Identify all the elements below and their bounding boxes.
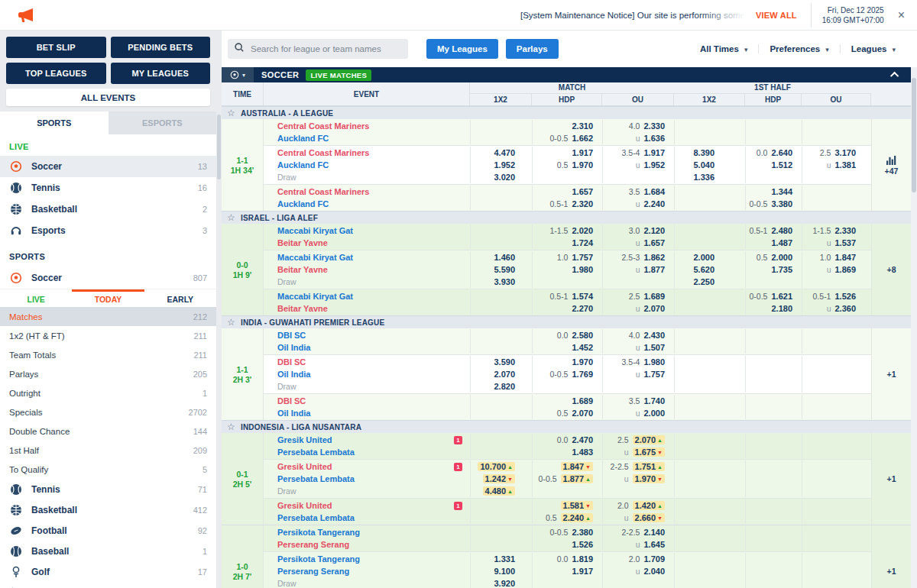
odds-value[interactable]: 3.590 (494, 357, 515, 367)
team-name[interactable]: Oil India (277, 409, 310, 418)
odds-cell-ou[interactable]: 3.51.684u2.240 (602, 186, 674, 210)
sidebar-market-1st-half[interactable]: 1st Half209 (0, 441, 216, 460)
team-name[interactable]: DBI SC (277, 331, 306, 340)
event-cell[interactable]: Central Coast MarinersAuckland FC (264, 120, 470, 144)
my-leagues-button[interactable]: My Leagues (426, 39, 498, 59)
odds-cell-hou[interactable] (802, 553, 871, 588)
odds-value[interactable]: 2.240 (643, 199, 665, 208)
odds-value[interactable]: 4.470 (494, 148, 515, 157)
odds-cell-hou[interactable] (802, 186, 871, 210)
odds-value[interactable]: 1.917 (572, 148, 593, 157)
odds-cell-ou[interactable]: 2.01.709u2.040 (602, 553, 674, 588)
sidebar-market-matches[interactable]: Matches212 (0, 307, 216, 326)
odds-cell-hhdp[interactable] (745, 434, 802, 458)
odds-cell-x2[interactable] (470, 526, 532, 551)
close-notice-icon[interactable] (898, 8, 905, 22)
odds-cell-x2[interactable] (470, 395, 532, 419)
odds-cell-hdp[interactable]: 0-0.52.3801.526 (532, 526, 602, 551)
odds-cell-hhdp[interactable] (745, 460, 802, 497)
odds-value[interactable]: 1.344 (771, 187, 792, 196)
odds-value[interactable]: 3.380 (771, 199, 792, 208)
star-icon[interactable] (227, 109, 235, 117)
odds-value[interactable]: 1.621 (771, 292, 792, 301)
odds-value[interactable]: 1.757 (572, 253, 593, 262)
team-name[interactable]: Central Coast Mariners (277, 148, 369, 157)
odds-value[interactable]: 1.952 (643, 160, 665, 170)
odds-value[interactable]: 2.120 (643, 226, 665, 235)
odds-cell-hx2[interactable] (674, 290, 745, 315)
sidebar-market-parlays[interactable]: Parlays205 (0, 364, 216, 383)
tab-sports[interactable]: SPORTS (0, 111, 109, 134)
odds-value[interactable]: 2.000 (643, 409, 665, 418)
odds-cell-ou[interactable]: 2.51.689u2.070 (602, 290, 674, 315)
odds-cell-hou[interactable]: 2.53.170u1.381 (802, 147, 871, 183)
odds-value[interactable]: 1.862 (643, 253, 665, 262)
odds-value[interactable]: 1.452 (572, 343, 593, 352)
odds-value[interactable]: 1.735 (771, 265, 792, 274)
odds-value[interactable]: 1.970 (572, 160, 593, 170)
sidebar-market-double-chance[interactable]: Double Chance144 (0, 422, 216, 441)
odds-value[interactable]: 2.000 (771, 253, 792, 262)
odds-cell-hdp[interactable]: 1.9700-0.51.769 (532, 356, 602, 393)
team-name[interactable]: Persebata Lembata (277, 447, 355, 457)
period-tab-early[interactable]: EARLY (144, 289, 216, 307)
odds-value[interactable]: 1.645 (643, 540, 665, 549)
odds-cell-hou[interactable] (802, 460, 871, 497)
odds-value[interactable]: 1.684 (643, 187, 665, 196)
sidebar-sport-golf[interactable]: Golf17 (0, 561, 216, 582)
sidebar-live-tennis[interactable]: Tennis16 (0, 177, 216, 199)
event-cell[interactable]: Central Coast MarinersAuckland FC (264, 186, 470, 210)
odds-cell-x2[interactable] (470, 329, 532, 354)
odds-cell-x2[interactable]: 1.3319.1003.920 (470, 553, 532, 588)
odds-value[interactable]: 1.460 (494, 253, 515, 262)
team-name[interactable]: Beitar Yavne (277, 304, 328, 313)
event-cell[interactable]: Central Coast MarinersAuckland FCDraw (264, 147, 470, 183)
main-scrollbar[interactable] (911, 67, 917, 588)
odds-value[interactable]: 2.580 (572, 331, 593, 340)
odds-value[interactable]: 1.242 (483, 474, 515, 483)
odds-cell-hdp[interactable]: 0.02.5801.452 (532, 329, 602, 354)
odds-value[interactable]: 2.140 (643, 528, 665, 537)
odds-value[interactable]: 2.070 (633, 435, 665, 444)
odds-value[interactable]: 1.662 (572, 134, 593, 143)
odds-value[interactable]: 1.689 (572, 396, 593, 405)
odds-cell-x2[interactable]: 10.7001.2424.480 (470, 460, 532, 497)
odds-value[interactable]: 2.240 (561, 513, 593, 522)
odds-cell-hx2[interactable] (674, 499, 745, 524)
league-header[interactable]: ISRAEL - LIGA ALEF (222, 211, 911, 224)
odds-cell-hhdp[interactable]: 1.3440-0.53.380 (745, 186, 802, 210)
pending-bets-button[interactable]: PENDING BETS (111, 37, 211, 58)
draw-label[interactable]: Draw (277, 486, 296, 496)
sidebar-market-to-qualify[interactable]: To Qualify5 (0, 460, 216, 479)
team-name[interactable]: Perserang Serang (277, 567, 349, 576)
sidebar-live-basketball[interactable]: Basketball2 (0, 199, 216, 220)
odds-value[interactable]: 2.070 (572, 409, 593, 418)
event-cell[interactable]: Maccabi Kiryat GatBeitar Yavne (264, 225, 470, 249)
odds-cell-hou[interactable] (802, 434, 871, 458)
team-name[interactable]: Gresik United (277, 462, 332, 471)
odds-cell-x2[interactable] (470, 434, 532, 458)
sidebar-sport-baseball[interactable]: Baseball1 (0, 541, 216, 561)
team-name[interactable]: Central Coast Mariners (277, 121, 369, 131)
view-all-link[interactable]: VIEW ALL (756, 11, 797, 20)
odds-cell-hx2[interactable] (674, 356, 745, 393)
odds-cell-hx2[interactable] (674, 460, 745, 497)
odds-cell-x2[interactable] (470, 499, 532, 524)
odds-cell-hhdp[interactable] (745, 553, 802, 588)
top-leagues-button[interactable]: TOP LEAGUES (6, 63, 106, 84)
event-cell[interactable]: Maccabi Kiryat GatBeitar Yavne (264, 290, 470, 315)
odds-cell-hdp[interactable]: 0.01.8191.917 (532, 553, 602, 588)
logo-megaphone-icon[interactable] (17, 5, 37, 25)
odds-value[interactable]: 3.920 (494, 579, 515, 588)
odds-value[interactable]: 1.636 (643, 134, 665, 143)
odds-cell-hx2[interactable] (674, 329, 745, 354)
odds-value[interactable]: 2.180 (771, 304, 792, 313)
odds-value[interactable]: 1.819 (572, 554, 593, 564)
sidebar-live-soccer[interactable]: Soccer13 (0, 156, 216, 177)
odds-value[interactable]: 2.270 (572, 304, 593, 313)
odds-cell-ou[interactable]: 2.52.070u1.675 (602, 434, 674, 458)
sport-selector[interactable] (222, 67, 254, 82)
sidebar-sport-basketball[interactable]: Basketball412 (0, 499, 216, 520)
odds-value[interactable]: 2.640 (771, 148, 792, 157)
period-tab-today[interactable]: TODAY (72, 289, 144, 307)
